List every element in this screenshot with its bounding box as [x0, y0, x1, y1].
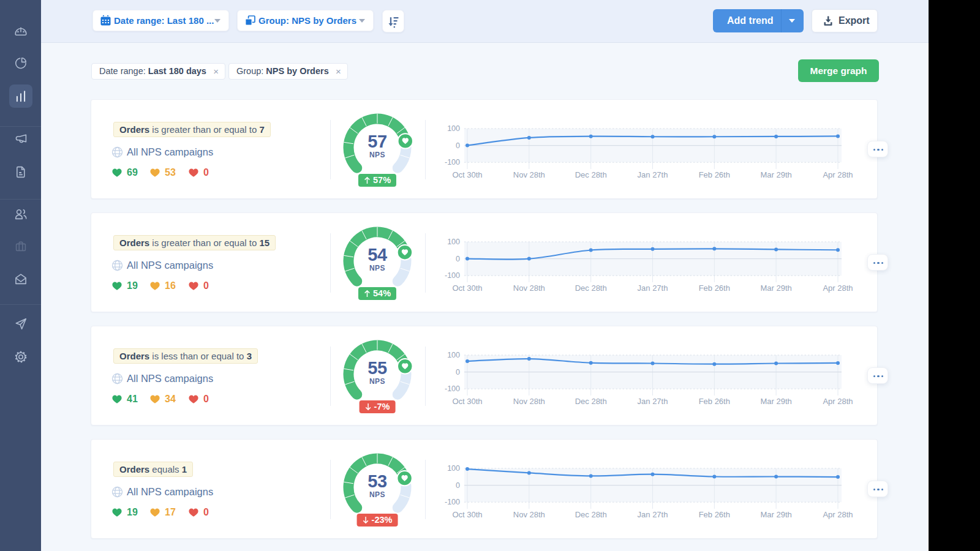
svg-text:Feb 26th: Feb 26th [699, 170, 730, 179]
svg-text:Jan 27th: Jan 27th [638, 510, 668, 519]
svg-text:Nov 28th: Nov 28th [513, 397, 545, 406]
svg-text:100: 100 [447, 124, 460, 133]
svg-text:Feb 26th: Feb 26th [699, 397, 730, 406]
svg-text:Nov 28th: Nov 28th [513, 283, 545, 293]
svg-text:Jan 27th: Jan 27th [638, 397, 668, 406]
svg-text:Nov 28th: Nov 28th [513, 170, 545, 179]
svg-text:Dec 28th: Dec 28th [575, 283, 607, 293]
svg-text:Nov 28th: Nov 28th [513, 510, 545, 519]
svg-text:Mar 29th: Mar 29th [760, 397, 791, 406]
svg-text:Jan 27th: Jan 27th [638, 283, 668, 293]
svg-text:Oct 30th: Oct 30th [452, 397, 482, 406]
svg-text:Feb 26th: Feb 26th [699, 510, 730, 519]
svg-text:Oct 30th: Oct 30th [452, 283, 482, 293]
svg-text:100: 100 [447, 464, 460, 473]
svg-text:Apr 28th: Apr 28th [823, 170, 853, 179]
svg-text:0: 0 [456, 255, 460, 263]
svg-text:Mar 29th: Mar 29th [760, 283, 791, 293]
svg-text:Mar 29th: Mar 29th [760, 170, 791, 179]
svg-text:Feb 26th: Feb 26th [699, 283, 730, 293]
svg-text:Apr 28th: Apr 28th [823, 283, 853, 293]
svg-text:Apr 28th: Apr 28th [823, 510, 853, 519]
svg-text:0: 0 [456, 368, 460, 377]
svg-text:-100: -100 [445, 271, 460, 280]
svg-text:Dec 28th: Dec 28th [575, 510, 607, 519]
svg-text:0: 0 [456, 481, 460, 490]
svg-text:Dec 28th: Dec 28th [575, 170, 607, 179]
svg-text:-100: -100 [445, 384, 460, 393]
svg-text:-100: -100 [445, 158, 460, 167]
svg-text:Mar 29th: Mar 29th [760, 510, 791, 519]
svg-text:Apr 28th: Apr 28th [823, 397, 853, 406]
svg-text:-100: -100 [445, 498, 460, 506]
svg-text:Dec 28th: Dec 28th [575, 397, 607, 406]
svg-text:0: 0 [456, 141, 460, 150]
svg-text:Jan 27th: Jan 27th [638, 170, 668, 179]
svg-text:100: 100 [447, 351, 460, 359]
svg-text:Oct 30th: Oct 30th [452, 510, 482, 519]
svg-text:100: 100 [447, 238, 460, 246]
svg-text:Oct 30th: Oct 30th [452, 170, 482, 179]
